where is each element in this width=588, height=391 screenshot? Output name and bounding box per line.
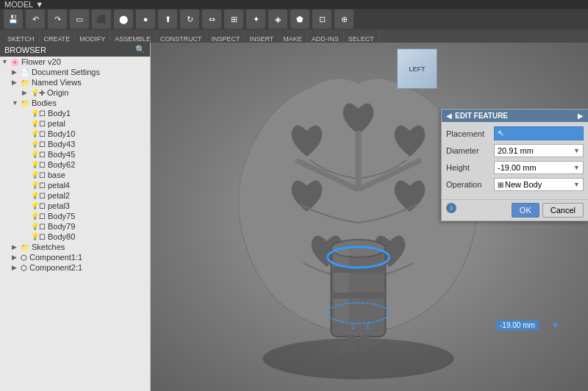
tool2-icon[interactable]: ◈ xyxy=(268,10,287,29)
visibility-icon[interactable]: 💡 xyxy=(31,202,39,209)
tree-arrow: ▶ xyxy=(12,68,19,76)
view-cube-face[interactable]: LEFT xyxy=(397,49,437,89)
item-label: Sketches xyxy=(32,243,65,251)
browser-item-origin[interactable]: ▶ 💡 ✛ Origin xyxy=(0,87,150,98)
browser-item-body62[interactable]: 💡 ☐ Body62 xyxy=(0,159,150,170)
redo-icon[interactable]: ↷ xyxy=(48,10,67,29)
browser-item-namedviews[interactable]: ▶ 📁 Named Views xyxy=(0,77,150,87)
cancel-button[interactable]: Cancel xyxy=(542,203,584,218)
placement-value[interactable]: ↖ xyxy=(494,126,584,140)
browser-item-body79[interactable]: 💡 ☐ Body79 xyxy=(0,221,150,232)
browser-item-body45[interactable]: 💡 ☐ Body45 xyxy=(0,149,150,159)
browser-item-sketches[interactable]: ▶ 📁 Sketches xyxy=(0,242,150,252)
browser-content: ▼ 🌸 Flower v20 ▶ 📄 Document Settings ▶ 📁… xyxy=(0,57,150,391)
browser-item-body43[interactable]: 💡 ☐ Body43 xyxy=(0,139,150,149)
tool3-icon[interactable]: ⬟ xyxy=(290,10,309,29)
item-label: Body79 xyxy=(48,222,75,231)
mirror-icon[interactable]: ⇔ xyxy=(202,10,221,29)
item-icon: 📄 xyxy=(21,68,29,76)
diameter-input[interactable]: 20.91 mm ▼ xyxy=(494,144,584,157)
operation-input[interactable]: ⊞ New Body ▼ xyxy=(494,178,584,191)
item-label: base xyxy=(48,171,65,179)
diameter-dropdown-icon[interactable]: ▼ xyxy=(573,147,580,154)
item-label: petal2 xyxy=(48,191,70,200)
visibility-icon[interactable]: 💡 xyxy=(31,130,39,137)
item-label: Body43 xyxy=(48,140,75,148)
dim-dropdown[interactable]: ▼ xyxy=(551,320,559,329)
model-dropdown-icon: ▼ xyxy=(35,0,43,9)
tree-arrow: ▶ xyxy=(12,254,19,261)
browser-item-component2:1[interactable]: ▶ ⬡ Component2:1 xyxy=(0,262,150,273)
cylinder-icon[interactable]: ⬤ xyxy=(114,10,133,29)
browser-item-petal[interactable]: 💡 ☐ petal xyxy=(0,118,150,129)
item-icon: ☐ xyxy=(39,151,46,159)
svg-rect-15 xyxy=(337,342,345,353)
operation-dropdown-icon[interactable]: ▼ xyxy=(573,181,580,188)
browser-item-body10[interactable]: 💡 ☐ Body10 xyxy=(0,129,150,139)
visibility-icon[interactable]: 💡 xyxy=(31,110,39,117)
item-icon: ⬡ xyxy=(21,254,27,262)
tool1-icon[interactable]: ✦ xyxy=(246,10,265,29)
svg-point-0 xyxy=(263,338,454,379)
height-input[interactable]: -19.00 mm ▼ xyxy=(494,161,584,174)
revolve-icon[interactable]: ↻ xyxy=(180,10,199,29)
visibility-icon[interactable]: 💡 xyxy=(31,89,39,96)
browser-item-petal3[interactable]: 💡 ☐ petal3 xyxy=(0,201,150,211)
view-cube[interactable]: LEFT xyxy=(397,49,437,89)
visibility-icon[interactable]: 💡 xyxy=(31,233,39,240)
visibility-icon[interactable]: 💡 xyxy=(31,120,39,127)
visibility-icon[interactable]: 💡 xyxy=(31,140,39,148)
browser-item-petal4[interactable]: 💡 ☐ petal4 xyxy=(0,180,150,190)
svg-rect-8 xyxy=(331,293,386,298)
pattern-icon[interactable]: ⊞ xyxy=(224,10,243,29)
height-dropdown-icon[interactable]: ▼ xyxy=(573,164,580,171)
edit-panel-header: ◀ EDIT FEATURE ▶ xyxy=(442,110,588,122)
browser-search-icon[interactable]: 🔍 xyxy=(135,45,146,54)
toolbar-icons-row: 💾 ↶ ↷ ▭ ⬛ ⬤ ● ⬆ ↻ ⇔ ⊞ ✦ ◈ ⬟ ⊡ ⊕ xyxy=(0,9,588,29)
tool4-icon[interactable]: ⊡ xyxy=(312,10,331,29)
diameter-value: 20.91 mm xyxy=(498,146,534,155)
info-icon[interactable]: i xyxy=(446,203,456,213)
browser-item-component1:1[interactable]: ▶ ⬡ Component1:1 xyxy=(0,252,150,262)
visibility-icon[interactable]: 💡 xyxy=(31,212,39,220)
browser-item-body1[interactable]: 💡 ☐ Body1 xyxy=(0,108,150,118)
viewport[interactable]: ↓ ↓ -19.00 mm ▼ LEFT ◀ EDIT FEATURE ▶ xyxy=(151,43,588,391)
operation-row: Operation ⊞ New Body ▼ xyxy=(446,178,584,191)
rectangle-icon[interactable]: ▭ xyxy=(70,10,89,29)
browser-item-documentsettings[interactable]: ▶ 📄 Document Settings xyxy=(0,67,150,77)
panel-expand-icon[interactable]: ▶ xyxy=(578,112,584,120)
undo-icon[interactable]: ↶ xyxy=(26,10,45,29)
box3d-icon[interactable]: ⬛ xyxy=(92,10,111,29)
tree-arrow: ▼ xyxy=(1,58,9,65)
visibility-icon[interactable]: 💡 xyxy=(31,151,39,158)
model-label: MODEL xyxy=(4,0,33,9)
dimension-label[interactable]: -19.00 mm xyxy=(496,320,539,330)
visibility-icon[interactable]: 💡 xyxy=(31,161,39,168)
item-label: Origin xyxy=(47,88,68,97)
visibility-icon[interactable]: 💡 xyxy=(31,171,39,179)
item-label: Document Settings xyxy=(32,68,100,76)
save-icon[interactable]: 💾 xyxy=(4,10,23,29)
edit-panel-title: EDIT FEATURE xyxy=(455,112,578,120)
operation-value: New Body xyxy=(505,180,573,189)
toolbar-top: MODEL ▼ xyxy=(0,0,588,9)
browser-item-petal2[interactable]: 💡 ☐ petal2 xyxy=(0,190,150,201)
diameter-label: Diameter xyxy=(446,146,494,155)
browser-item-body80[interactable]: 💡 ☐ Body80 xyxy=(0,232,150,242)
visibility-icon[interactable]: 💡 xyxy=(31,192,39,199)
browser-item-bodies[interactable]: ▼ 📁 Bodies xyxy=(0,98,150,108)
sphere-icon[interactable]: ● xyxy=(136,10,155,29)
browser-item-base[interactable]: 💡 ☐ base xyxy=(0,170,150,180)
browser-item-flowerv20[interactable]: ▼ 🌸 Flower v20 xyxy=(0,57,150,67)
tool5-icon[interactable]: ⊕ xyxy=(334,10,354,29)
item-label: Body75 xyxy=(48,212,75,220)
ok-button[interactable]: OK xyxy=(512,203,539,218)
visibility-icon[interactable]: 💡 xyxy=(31,182,39,189)
browser-item-body75[interactable]: 💡 ☐ Body75 xyxy=(0,211,150,221)
visibility-icon[interactable]: 💡 xyxy=(31,223,39,230)
item-icon: ☐ xyxy=(39,161,46,169)
toolbar: MODEL ▼ 💾 ↶ ↷ ▭ ⬛ ⬤ ● ⬆ ↻ ⇔ ⊞ ✦ ◈ ⬟ ⊡ ⊕ … xyxy=(0,0,588,43)
extrude-icon[interactable]: ⬆ xyxy=(158,10,177,29)
model-menu[interactable]: MODEL ▼ xyxy=(4,0,43,9)
panel-collapse-icon[interactable]: ◀ xyxy=(446,112,452,120)
